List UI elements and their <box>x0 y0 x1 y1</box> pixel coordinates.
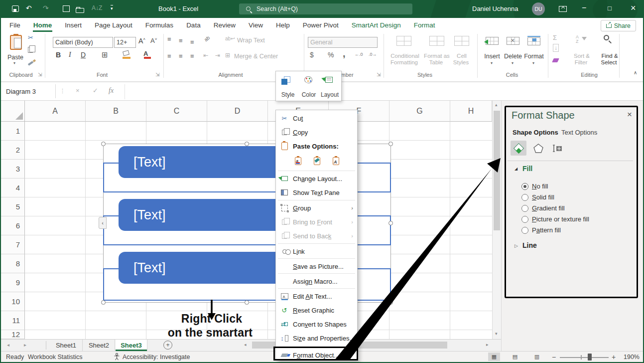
selection-handle[interactable] <box>245 142 249 146</box>
view-normal-button[interactable]: ▦ <box>488 353 500 361</box>
workbook-statistics-button[interactable]: Workbook Statistics <box>28 354 83 361</box>
customize-qat-icon[interactable]: ▾ <box>111 5 113 11</box>
hscroll-right-icon[interactable]: ▸ <box>486 342 489 347</box>
find-select-button[interactable]: Find &Select <box>596 53 624 66</box>
row-header-5[interactable]: 5 <box>0 197 25 216</box>
sheet-nav-right-icon[interactable]: ▸ <box>24 342 26 348</box>
paste-text-button[interactable]: A <box>333 157 339 167</box>
align-bottom-button[interactable]: ≡ <box>190 39 194 45</box>
undo-button[interactable]: ↶ <box>26 4 33 12</box>
format-painter-button[interactable] <box>28 59 33 66</box>
menu-item-cut[interactable]: ✂Cut <box>276 111 357 125</box>
zoom-slider-thumb[interactable] <box>588 354 592 361</box>
row-header-1[interactable]: 1 <box>0 122 25 141</box>
paste-formatting-button[interactable] <box>314 157 320 167</box>
tab-home[interactable]: Home <box>27 18 59 32</box>
row-header-9[interactable]: 9 <box>0 273 25 292</box>
vertical-scrollbar[interactable]: ▴ ▾ <box>492 101 501 339</box>
format-cells-button[interactable]: Format <box>521 53 547 60</box>
copy-button[interactable] <box>28 47 34 54</box>
comma-style-button[interactable]: , <box>343 48 346 59</box>
menu-item-copy[interactable]: Copy <box>276 125 357 139</box>
save-icon[interactable] <box>12 5 19 13</box>
smartart-color-button[interactable]: Color <box>299 73 319 100</box>
column-header-b[interactable]: B <box>86 101 146 122</box>
delete-dropdown-icon[interactable]: ▾ <box>512 61 514 65</box>
insert-function-button[interactable]: fx <box>109 87 114 95</box>
orientation-button[interactable]: ab <box>203 35 211 43</box>
tab-power-pivot[interactable]: Power Pivot <box>296 18 345 32</box>
tab-view[interactable]: View <box>242 18 269 32</box>
line-section-collapsed-icon[interactable]: ▷ <box>515 243 518 248</box>
zoom-out-button[interactable]: − <box>552 353 556 361</box>
font-dialog-launcher[interactable]: ⇲ <box>155 72 159 77</box>
bold-button[interactable]: B <box>56 51 61 59</box>
scroll-down-icon[interactable]: ▾ <box>495 331 498 336</box>
increase-font-size-button[interactable]: A˄ <box>138 37 145 45</box>
menu-item-assign-macro[interactable]: Assign Macro... <box>276 274 357 288</box>
scroll-up-icon[interactable]: ▴ <box>495 102 498 107</box>
column-header-g[interactable]: G <box>389 101 450 122</box>
align-middle-button[interactable]: ≡ <box>179 37 183 44</box>
selection-handle[interactable] <box>388 300 393 305</box>
tab-data[interactable]: Data <box>180 18 207 32</box>
menu-item-size-and-properties[interactable]: ↕Size and Properties... <box>276 331 357 345</box>
radio-no-fill[interactable]: No fill <box>521 182 548 190</box>
selection-handle[interactable] <box>245 300 249 305</box>
view-page-break-button[interactable]: ▥ <box>531 353 543 361</box>
menu-item-show-text-pane[interactable]: Show Text Pane <box>276 185 357 199</box>
sheet-tab-sheet3[interactable]: Sheet3 <box>116 340 147 351</box>
share-button[interactable]: ↗ Share <box>601 20 636 31</box>
tab-help[interactable]: Help <box>269 18 296 32</box>
new-sheet-button[interactable]: + <box>163 341 172 350</box>
format-dropdown-icon[interactable]: ▾ <box>532 61 534 65</box>
size-properties-tab-icon[interactable] <box>549 141 565 156</box>
menu-item-reset-graphic[interactable]: ↺Reset Graphic <box>276 303 357 317</box>
tab-format[interactable]: Format <box>407 18 442 32</box>
row-header-6[interactable]: 6 <box>0 216 25 235</box>
radio-picture-texture-fill[interactable]: Picture or texture fill <box>521 215 589 223</box>
row-header-3[interactable]: 3 <box>0 160 25 179</box>
maximize-button[interactable]: □ <box>608 4 612 12</box>
zoom-slider-track[interactable] <box>560 357 609 358</box>
tab-page-layout[interactable]: Page Layout <box>88 18 139 32</box>
paste-button[interactable]: Paste <box>4 54 27 61</box>
sheet-tab-sheet2[interactable]: Sheet2 <box>83 340 115 351</box>
row-header-8[interactable]: 8 <box>0 254 25 273</box>
tab-file[interactable]: File <box>3 18 27 32</box>
sheet-nav-left-icon[interactable]: ◂ <box>7 342 9 348</box>
ribbon-display-options-icon[interactable] <box>559 6 567 13</box>
row-header-11[interactable]: 11 <box>0 311 25 330</box>
menu-item-convert-to-shapes[interactable]: ⇄Convert to Shapes <box>276 317 357 331</box>
open-file-icon[interactable] <box>76 6 84 13</box>
avatar[interactable]: DU <box>532 2 545 15</box>
column-header-h[interactable]: H <box>450 101 492 122</box>
align-right-button[interactable]: ≡ <box>190 53 194 59</box>
row-header-7[interactable]: 7 <box>0 235 25 254</box>
align-top-button[interactable]: ≡ <box>167 36 171 42</box>
radio-gradient-fill[interactable]: Gradient fill <box>521 204 565 212</box>
menu-item-edit-alt-text[interactable]: Edit Alt Text... <box>276 289 357 303</box>
formula-bar-grip-icon[interactable]: ⋮ <box>60 88 65 94</box>
underline-button[interactable]: D <box>81 51 86 59</box>
insert-dropdown-icon[interactable]: ▾ <box>491 61 493 65</box>
tab-insert[interactable]: Insert <box>58 18 88 32</box>
paste-keep-formatting-button[interactable]: a <box>295 157 301 167</box>
minimize-button[interactable]: − <box>582 3 586 12</box>
row-header-4[interactable]: 4 <box>0 179 25 197</box>
clear-button[interactable] <box>553 57 560 64</box>
effects-tab-icon[interactable] <box>530 141 546 156</box>
italic-button[interactable]: I <box>69 51 71 59</box>
zoom-level[interactable]: 190% <box>621 354 640 361</box>
fill-line-tab-icon[interactable] <box>511 141 526 156</box>
column-header-a[interactable]: A <box>25 101 86 122</box>
row-header-2[interactable]: 2 <box>0 141 25 160</box>
align-left-button[interactable]: ≡ <box>167 53 171 59</box>
font-color-button[interactable]: A <box>143 50 151 59</box>
font-name-combo[interactable]: Calibri (Body) <box>53 37 113 48</box>
paste-dropdown-icon[interactable]: ▾ <box>13 61 15 65</box>
align-center-button[interactable]: ≡ <box>179 53 183 59</box>
radio-pattern-fill[interactable]: Pattern fill <box>521 226 561 234</box>
new-file-icon[interactable] <box>63 5 70 13</box>
accessibility-status-button[interactable]: Accessibility: Investigate <box>123 354 190 361</box>
